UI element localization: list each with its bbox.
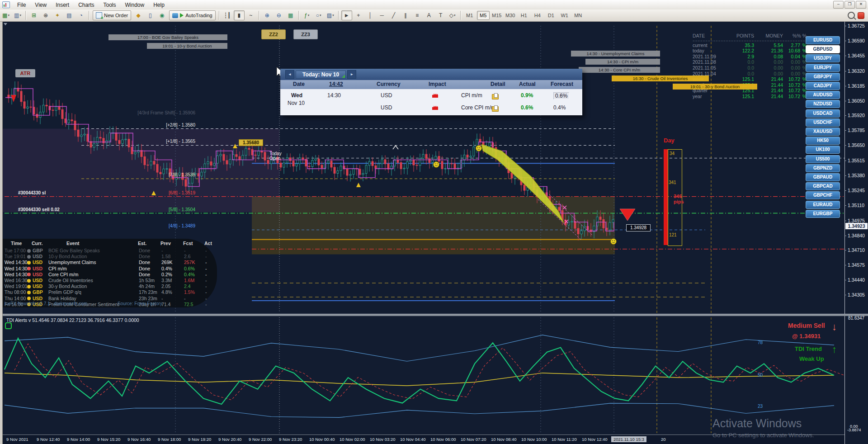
search-icon[interactable] <box>848 12 855 19</box>
new-chart-icon[interactable]: ▦▾ <box>0 10 11 20</box>
news-icon[interactable]: ▯ <box>145 10 156 20</box>
crosshair-icon[interactable]: + <box>353 10 364 20</box>
profiles-icon[interactable]: ▥▾ <box>12 10 23 20</box>
dropdown-arrow-icon[interactable]: ▾ <box>332 14 334 17</box>
channel-icon[interactable]: ∥ <box>400 10 411 20</box>
menu-file[interactable]: File <box>13 1 30 9</box>
minimize-button[interactable]: – <box>833 1 844 9</box>
symbol-button-nzdusd[interactable]: NZDUSD <box>806 100 840 108</box>
terminal-icon[interactable]: ▤ <box>64 10 75 20</box>
dropdown-arrow-icon[interactable]: ▾ <box>19 14 21 17</box>
periods-icon[interactable]: ○▾ <box>313 10 324 20</box>
dropdown-arrow-icon[interactable]: ▾ <box>320 14 321 17</box>
restore-button[interactable]: ❐ <box>844 1 855 9</box>
symbol-button-hk50[interactable]: HK50 <box>806 137 840 145</box>
atr-indicator-button[interactable]: ATR <box>15 69 35 77</box>
autotrading-button[interactable]: AutoTrading <box>169 10 216 20</box>
timeframe-d1[interactable]: D1 <box>545 11 557 20</box>
timeframe-m15[interactable]: M15 <box>491 11 503 20</box>
next-day-button[interactable]: ► <box>347 70 356 79</box>
symbol-button-us500[interactable]: US500 <box>806 155 840 163</box>
smiley-marker <box>476 146 482 151</box>
symbol-button-gbpcad[interactable]: GBPCAD <box>806 182 840 190</box>
zoom-out-icon[interactable]: ⊖ <box>274 10 284 20</box>
symbol-button-eurgbp[interactable]: EURGBP <box>806 210 840 218</box>
current-time[interactable]: 14:42 <box>329 81 343 87</box>
record-icon[interactable] <box>858 12 864 19</box>
dropdown-arrow-icon[interactable]: ▾ <box>454 14 456 17</box>
symbol-button-eurjpy[interactable]: EURJPY <box>806 64 840 72</box>
text-icon-glyph: A <box>427 12 431 19</box>
symbol-button-euraud[interactable]: EURAUD <box>806 201 840 209</box>
panel-divider[interactable] <box>0 314 868 316</box>
fibonacci-icon[interactable]: ≡ <box>412 10 423 20</box>
new-order-button[interactable]: New Order <box>93 10 131 20</box>
text-icon[interactable]: A <box>424 10 434 20</box>
close-button[interactable]: ✕ <box>856 1 866 9</box>
menu-tools[interactable]: Tools <box>99 1 121 9</box>
timeframe-mn[interactable]: MN <box>572 11 585 20</box>
order-label[interactable]: #30044330 sell 0.02 <box>18 207 60 212</box>
toolbar-separator <box>460 11 461 20</box>
tile-windows-icon[interactable]: ▦ <box>285 10 296 20</box>
timeframe-h1[interactable]: H1 <box>518 11 530 20</box>
navigator-icon[interactable]: ✦ <box>52 10 63 20</box>
indicators-icon[interactable]: ƒ▾ <box>302 10 312 20</box>
data-window-icon[interactable]: ⊕ <box>40 10 51 20</box>
strategy-tester-icon[interactable]: ◔ <box>75 10 86 20</box>
vertical-line-icon[interactable]: │ <box>365 10 376 20</box>
event-time: Tue 19:01 <box>5 254 26 260</box>
dropdown-arrow-icon[interactable]: ▾ <box>308 14 310 17</box>
menu-insert[interactable]: Insert <box>51 1 74 9</box>
trendline-icon[interactable]: ╱ <box>388 10 399 20</box>
horizontal-line-icon[interactable]: ─ <box>377 10 387 20</box>
symbol-button-xauusd[interactable]: XAUUSD <box>806 128 840 136</box>
symbol-button-gbpaud[interactable]: GBPAUD <box>806 173 840 181</box>
stats-money: 21.44 <box>754 88 783 94</box>
symbol-button-cadjpy[interactable]: CADJPY <box>806 82 840 90</box>
symbol-button-gbpchf[interactable]: GBPCHF <box>806 191 840 199</box>
symbol-button-gbpjpy[interactable]: GBPJPY <box>806 73 840 81</box>
timeframe-buttons: M1M5M15M30H1H4D1W1MN <box>463 11 585 20</box>
market-watch-icon[interactable]: ⊞ <box>28 10 39 20</box>
menu-window[interactable]: Window <box>121 1 149 9</box>
templates-icon[interactable]: ▨▾ <box>325 10 336 20</box>
symbol-button-eurusd[interactable]: EURUSD <box>806 36 840 44</box>
timeframe-h4[interactable]: H4 <box>531 11 544 20</box>
play-icon <box>180 13 184 18</box>
news-panel-titlebar[interactable]: ◄ Today: Nov 10 ► <box>280 69 582 80</box>
menu-help[interactable]: Help <box>149 1 169 9</box>
stats-points: 122.2 <box>726 48 754 54</box>
symbol-button-uk100[interactable]: UK100 <box>806 146 840 154</box>
symbol-button-usdchf[interactable]: USDCHF <box>806 118 840 127</box>
timeframe-m30[interactable]: M30 <box>504 11 517 20</box>
text-label-icon[interactable]: T <box>435 10 446 20</box>
sounds-icon[interactable]: ◉ <box>156 10 167 20</box>
symbol-button-usdjpy[interactable]: USDJPY <box>806 54 840 62</box>
menu-charts[interactable]: Charts <box>74 1 99 9</box>
arrows-icon[interactable]: ◇▾ <box>447 10 458 20</box>
alerts-icon[interactable]: ◆ <box>133 10 144 20</box>
candlestick-chart-icon[interactable]: ▮ <box>234 10 245 20</box>
line-chart-icon[interactable]: ~ <box>245 10 256 20</box>
detail-icon[interactable] <box>492 94 499 99</box>
zz2-button[interactable]: ZZ2 <box>261 29 286 39</box>
news-table-header: Date 14:42 Currency Impact Detail Actual… <box>280 80 582 89</box>
cursor-icon[interactable]: ► <box>341 10 352 20</box>
timeframe-w1[interactable]: W1 <box>558 11 571 20</box>
zz3-button[interactable]: ZZ3 <box>293 29 318 39</box>
symbol-button-usdcad[interactable]: USDCAD <box>806 109 840 118</box>
menu-view[interactable]: View <box>30 1 51 9</box>
symbol-button-audusd[interactable]: AUDUSD <box>806 91 840 99</box>
order-label[interactable]: #30044330 sl <box>18 190 46 195</box>
timeframe-m1[interactable]: M1 <box>463 11 476 20</box>
prev-day-button[interactable]: ◄ <box>285 70 294 79</box>
symbol-button-gbpnzd[interactable]: GBPNZD <box>806 164 840 172</box>
bar-chart-icon[interactable]: ┆┃ <box>222 10 233 20</box>
stats-label: 2021.11.05 <box>693 65 726 71</box>
zoom-in-icon[interactable]: ⊕ <box>262 10 273 20</box>
dropdown-arrow-icon[interactable]: ▾ <box>8 14 9 17</box>
detail-icon[interactable] <box>492 106 499 112</box>
timeframe-m5[interactable]: M5 <box>477 11 490 20</box>
symbol-button-gbpusd[interactable]: GBPUSD <box>806 45 840 53</box>
